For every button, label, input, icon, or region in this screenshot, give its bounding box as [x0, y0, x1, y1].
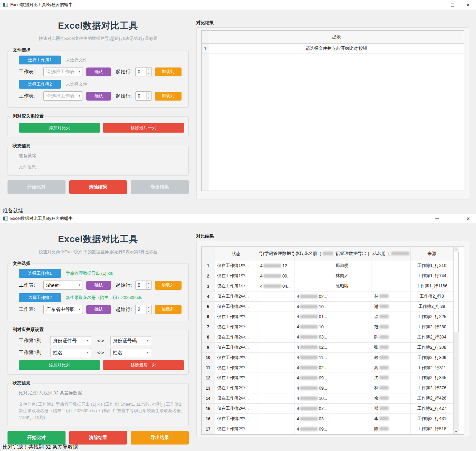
select-workbook1-button[interactable]: 选择工作簿1	[19, 269, 61, 278]
column-mapping-group: 列对应关系设置 工作簿1列: 身份证件号 ▼ <-> 身份证号码 ▼ 工作簿1列…	[8, 327, 189, 375]
workbook2-id-cell: 410...	[294, 322, 333, 332]
maximize-button[interactable]	[445, 214, 460, 223]
start-row2-label: 起始行:	[116, 306, 132, 313]
table-row[interactable]: 14仅在工作簿2中...410...余工作簿2_行426	[202, 393, 453, 404]
start-compare-button[interactable]: 开始比对	[8, 180, 66, 194]
results-label: 对比结果	[196, 233, 469, 239]
clear-results-button[interactable]: 清除结果	[69, 180, 127, 194]
start-row2-input[interactable]: 2 ▲▼	[135, 305, 152, 314]
add-compare-column-button[interactable]: 添加对比列	[19, 360, 100, 370]
start-row1-input[interactable]: 0 ▲▼	[135, 67, 152, 76]
window-controls: ✕	[429, 0, 476, 10]
spin-down-icon[interactable]: ▼	[148, 286, 150, 288]
chevron-down-icon: ▼	[86, 351, 89, 354]
spin-down-icon[interactable]: ▼	[148, 97, 150, 99]
remove-last-column-button[interactable]: 移除最后一列	[103, 123, 184, 133]
start-row1-input[interactable]: 0 ▲▼	[135, 281, 152, 290]
source-cell: 工作簿2_行311	[410, 363, 453, 373]
spin-up-icon[interactable]: ▲	[148, 306, 150, 308]
load-columns2-button[interactable]: 加载列	[155, 92, 182, 101]
table-row[interactable]: 1仅在工作簿1中...412...郑淑樱工作簿1_行210	[202, 261, 453, 271]
export-results-button[interactable]: 导出结果	[131, 180, 189, 194]
start-row2-input[interactable]: 0 ▲▼	[135, 91, 152, 101]
spin-down-icon[interactable]: ▼	[148, 311, 150, 313]
workbook1-name-cell	[333, 302, 372, 312]
map-row1-left-select[interactable]: 身份证件号 ▼	[50, 336, 91, 345]
confirm-sheet1-button[interactable]: 确认	[86, 281, 111, 290]
sheet2-select[interactable]: 广东省中等职 ▼	[43, 305, 83, 314]
minimize-button[interactable]	[429, 0, 445, 10]
table-row[interactable]: 1 请选择文件并点击'开始比对'按钮	[202, 44, 464, 54]
sheet1-select[interactable]: 请选择工作表 ▼	[43, 67, 83, 76]
chevron-down-icon: ▼	[86, 339, 89, 342]
clear-results-button[interactable]: 清除结果	[69, 431, 127, 445]
redacted-text	[300, 376, 318, 380]
control-panel: Excel数据对比工具 快速对比两个Excel文件中的数据差异,起始行0表示第1…	[0, 10, 196, 207]
close-button[interactable]: ✕	[460, 214, 476, 223]
spin-up-icon[interactable]: ▲	[148, 282, 150, 284]
table-row[interactable]: 5仅在工作簿2中...410...谢工作簿2_行38	[202, 302, 453, 312]
workbook2-name-cell: 沈	[372, 373, 410, 383]
table-row[interactable]: 7仅在工作簿2中...410...范工作簿2_行280	[202, 322, 453, 332]
redacted-text	[379, 315, 389, 318]
load-columns1-button[interactable]: 加载列	[155, 67, 182, 76]
file-selection-legend: 文件选择	[11, 47, 32, 53]
scroll-up-icon[interactable]: ▲	[454, 247, 459, 252]
add-compare-column-button[interactable]: 添加对比列	[19, 123, 100, 133]
workbook1-name-cell: 郑淑樱	[333, 261, 372, 271]
export-results-button[interactable]: 导出结果	[131, 431, 189, 445]
table-row[interactable]: 9仅在工作簿2中...402...张工作簿2_行308	[202, 342, 453, 352]
sheet2-select[interactable]: 请选择工作表 ▼	[43, 91, 83, 101]
workbook2-name-cell	[372, 271, 410, 281]
table-row[interactable]: 8仅在工作簿2中...403...陈工作簿2_行304	[202, 332, 453, 342]
confirm-sheet1-button[interactable]: 确认	[86, 67, 111, 76]
titlebar: Excel数据对比工具By狂奔的蜗牛 ✕	[0, 0, 476, 10]
close-button[interactable]: ✕	[460, 0, 476, 10]
remove-last-column-button[interactable]: 移除最后一列	[103, 360, 184, 370]
select-workbook1-button[interactable]: 选择工作簿1	[19, 56, 61, 64]
workbook2-name-cell: 郑	[372, 404, 410, 414]
spin-up-icon[interactable]: ▲	[148, 69, 150, 71]
table-row[interactable]: 12仅在工作簿2中...409...沈工作簿2_行345	[202, 373, 453, 383]
confirm-sheet2-button[interactable]: 确认	[86, 305, 111, 314]
load-columns1-button[interactable]: 加载列	[155, 281, 182, 290]
redacted-text	[300, 366, 318, 370]
minimize-button[interactable]	[429, 214, 445, 223]
start-compare-button[interactable]: 开始比对	[8, 431, 66, 445]
workbook1-id-cell	[258, 322, 294, 332]
status-cell: 仅在工作簿2中...	[215, 312, 258, 322]
status-cell: 仅在工作簿1中...	[215, 281, 258, 291]
table-row[interactable]: 13仅在工作簿2中...409...林工作簿2_行376	[202, 383, 453, 393]
workbook1-name-cell	[333, 373, 372, 383]
workbook2-id-cell	[294, 281, 333, 291]
table-row[interactable]: 15仅在工作簿2中...407...郑工作簿2_行427	[202, 404, 453, 414]
scrollbar-thumb[interactable]	[454, 252, 459, 332]
table-row[interactable]: 4仅在工作簿2中...402...林工作簿2_行8	[202, 291, 453, 302]
scroll-down-icon[interactable]: ▼	[454, 429, 459, 434]
vertical-scrollbar[interactable]: ▲ ▼	[453, 247, 459, 434]
source-cell: 工作簿2_行308	[410, 342, 453, 352]
table-row[interactable]: 11仅在工作簿2中...402...高工作簿2_行311	[202, 363, 453, 373]
spin-down-icon[interactable]: ▼	[148, 73, 150, 75]
table-row[interactable]: 17仅在工作簿2中...409...陈工作簿2_行518	[202, 424, 453, 434]
map-row2-right-select[interactable]: 姓名 ▼	[110, 348, 151, 357]
spin-up-icon[interactable]: ▲	[148, 93, 150, 95]
table-row[interactable]: 6仅在工作簿2中...401...温工作簿2_行225	[202, 312, 453, 322]
maximize-button[interactable]	[445, 0, 460, 10]
select-workbook2-button[interactable]: 选择工作簿2	[19, 80, 61, 89]
table-row[interactable]: 2仅在工作簿1中...409...林雨湘工作簿1_行744	[202, 271, 453, 281]
workbook1-name-cell: 陈昭熙	[333, 281, 372, 291]
map-row2-left-select[interactable]: 姓名 ▼	[50, 348, 91, 357]
map-row1-right-select[interactable]: 身份证号码 ▼	[110, 336, 151, 345]
sheet1-select[interactable]: Sheet1 ▼	[43, 281, 83, 290]
select-workbook2-button[interactable]: 选择工作簿2	[19, 293, 61, 302]
load-columns2-button[interactable]: 加载列	[155, 305, 182, 314]
table-row[interactable]: 16仅在工作簿2中...403...李工作簿2_行431	[202, 414, 453, 424]
redacted-text	[379, 376, 389, 379]
table-row[interactable]: 3仅在工作簿1中...404...陈昭熙工作簿1_行1166	[202, 281, 453, 291]
status-cell: 仅在工作簿1中...	[215, 271, 258, 281]
table-row[interactable]: 10仅在工作簿2中...411...赖工作簿2_行309	[202, 352, 453, 363]
workbook1-id-cell	[258, 332, 294, 342]
scrollbar-track[interactable]	[454, 252, 459, 429]
confirm-sheet2-button[interactable]: 确认	[86, 92, 111, 101]
